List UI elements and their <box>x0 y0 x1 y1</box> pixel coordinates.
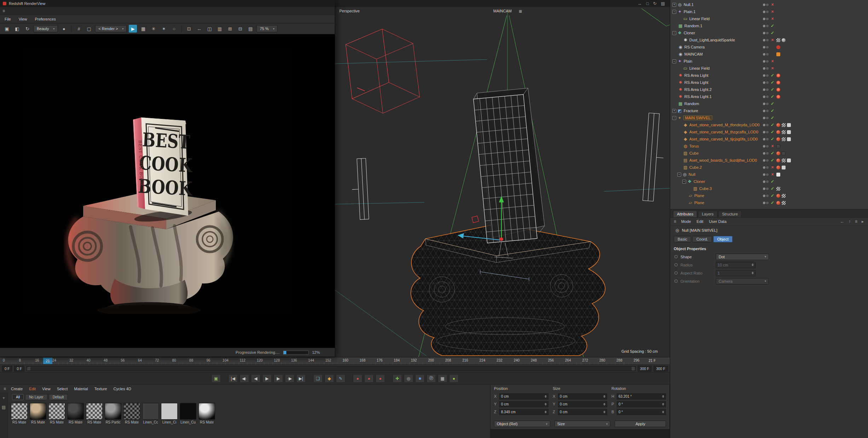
material-item[interactable]: RS Mate <box>29 403 47 424</box>
checker-icon[interactable] <box>776 38 780 42</box>
comment-button[interactable]: ❑ <box>313 374 323 383</box>
stepper[interactable] <box>752 264 754 266</box>
hamburger-menu-icon[interactable]: ≡ <box>4 386 6 391</box>
object-row[interactable]: ▧Cube.2× <box>670 164 868 171</box>
sphere-gray-icon[interactable] <box>782 38 786 42</box>
object-row[interactable]: −❖Cloner✓ <box>670 178 868 185</box>
maximize-view-icon[interactable]: □ <box>646 1 649 6</box>
rv-menu-view[interactable]: View <box>19 17 27 21</box>
range-handle-left[interactable] <box>27 367 30 370</box>
attr-menu-edit[interactable]: Edit <box>697 219 703 224</box>
editor-visibility-dot[interactable] <box>763 32 765 34</box>
checker-icon[interactable] <box>782 137 786 141</box>
render-visibility-dot[interactable] <box>766 180 769 183</box>
editor-visibility-dot[interactable] <box>763 25 765 27</box>
simulation-button[interactable]: ● <box>449 374 459 383</box>
editor-visibility-dot[interactable] <box>763 96 765 98</box>
step-down-icon[interactable] <box>662 397 664 398</box>
material-thumbnail[interactable] <box>123 403 140 420</box>
viewport[interactable]: Perspective MAINCAM ▦ Grid Spacing : 50 … <box>335 7 670 357</box>
object-row[interactable]: ▦Random.1✓ <box>670 22 868 29</box>
render-visibility-dot[interactable] <box>766 173 769 176</box>
object-row[interactable]: +◎Null.1× <box>670 1 868 8</box>
object-row[interactable]: ▦Random✓ <box>670 100 868 107</box>
clay-mode-icon[interactable]: ○ <box>170 25 178 33</box>
coordinate-mode-select[interactable]: Object (Rel)▾ <box>494 421 550 427</box>
visibility-dots[interactable] <box>763 39 769 41</box>
object-row[interactable]: −✦Plain.1× <box>670 8 868 15</box>
material-item[interactable]: RS Partic <box>104 403 122 424</box>
step-down-icon[interactable] <box>545 412 547 413</box>
editor-visibility-dot[interactable] <box>763 124 765 126</box>
preview-picture-button[interactable]: ▣ <box>211 374 221 383</box>
box-white-icon[interactable] <box>776 173 780 177</box>
record-keyframe-button[interactable]: ◆ <box>324 374 334 383</box>
current-frame-marker[interactable]: 21 <box>43 358 52 364</box>
editor-visibility-dot[interactable] <box>763 188 765 190</box>
editor-visibility-dot[interactable] <box>763 53 765 56</box>
object-row[interactable]: −◎Null× <box>670 171 868 178</box>
disabled-cross-icon[interactable]: × <box>770 172 775 177</box>
enabled-check-icon[interactable]: ✓ <box>770 122 775 127</box>
enabled-check-icon[interactable]: ✓ <box>770 115 775 120</box>
enabled-check-icon[interactable]: ✓ <box>770 151 775 156</box>
disabled-cross-icon[interactable]: × <box>770 16 775 21</box>
object-row[interactable]: ▱Plane✓ <box>670 192 868 199</box>
object-row[interactable]: ▭Linear Field× <box>670 65 868 72</box>
rs-icon[interactable] <box>776 151 780 155</box>
object-row[interactable]: ◆Aset_stone_carved_M_tijcjsg0fa_LOD0✓ <box>670 136 868 143</box>
material-ball-icon[interactable]: ● <box>60 25 68 33</box>
preview-end-field[interactable]: 300 F <box>638 366 652 371</box>
background-toggle-icon[interactable]: ▥ <box>215 25 224 33</box>
step-down-icon[interactable] <box>545 397 547 398</box>
samples-icon[interactable]: ✶ <box>160 25 168 33</box>
step-down-icon[interactable] <box>752 265 754 266</box>
render-visibility-dot[interactable] <box>766 138 769 140</box>
layout-menu-icon[interactable]: ▤ <box>661 1 665 6</box>
visibility-dots[interactable] <box>763 124 769 126</box>
shape-select[interactable]: Dot▾ <box>716 254 769 260</box>
render-visibility-dot[interactable] <box>766 74 769 77</box>
pan-zoom-icon[interactable]: ↔ <box>195 25 203 33</box>
coord-position-y-field[interactable]: 0 cm <box>499 401 548 407</box>
camera-settings-icon[interactable]: ▦ <box>519 9 522 13</box>
step-up-icon[interactable] <box>662 411 664 412</box>
editor-visibility-dot[interactable] <box>763 60 765 63</box>
visibility-dots[interactable] <box>763 18 769 20</box>
step-up-icon[interactable] <box>603 403 605 404</box>
visibility-dots[interactable] <box>763 110 769 112</box>
range-handle-right[interactable] <box>632 367 635 370</box>
visibility-dots[interactable] <box>763 103 769 105</box>
attr-menu-mode[interactable]: Mode <box>681 219 691 224</box>
preview-start-field[interactable]: 0 F <box>14 366 24 371</box>
expand-icon[interactable]: + <box>672 109 676 113</box>
area-light-left-wireframe[interactable] <box>351 158 369 220</box>
material-thumbnail[interactable] <box>30 403 46 420</box>
start-ipr-button[interactable]: ▶ <box>129 25 137 33</box>
swatch-light-icon[interactable] <box>782 166 786 169</box>
rs-icon[interactable] <box>776 130 780 134</box>
object-row[interactable]: ◉MAINCAM <box>670 51 868 58</box>
timeline-ruler[interactable]: 21 F 08162432404856647280889610411212012… <box>0 357 670 365</box>
visibility-dots[interactable] <box>763 138 769 140</box>
swatch-dark-icon[interactable] <box>782 151 786 155</box>
material-thumbnail[interactable] <box>11 403 28 420</box>
visibility-dots[interactable] <box>763 32 769 34</box>
enabled-check-icon[interactable]: ✓ <box>770 87 775 92</box>
go-to-end-button[interactable]: ▶| <box>296 374 306 383</box>
render-visibility-dot[interactable] <box>766 53 769 56</box>
viewport-projection-label[interactable]: Perspective <box>339 9 360 13</box>
enabled-check-icon[interactable]: ✓ <box>770 137 775 142</box>
swatch-light-icon[interactable] <box>787 159 791 162</box>
ab-compare-icon[interactable]: ◫ <box>205 25 213 33</box>
editor-visibility-dot[interactable] <box>763 152 765 155</box>
stepper[interactable] <box>603 411 605 413</box>
mat-menu-cycles-4d[interactable]: Cycles 4D <box>113 387 131 391</box>
render-visibility-dot[interactable] <box>766 145 769 148</box>
enabled-check-icon[interactable]: ✓ <box>770 108 775 113</box>
step-down-icon[interactable] <box>662 404 664 405</box>
enabled-check-icon[interactable]: ✓ <box>770 94 775 99</box>
go-to-start-button[interactable]: |◀ <box>228 374 238 383</box>
editor-visibility-dot[interactable] <box>763 180 765 183</box>
tab-structure[interactable]: Structure <box>718 211 742 217</box>
